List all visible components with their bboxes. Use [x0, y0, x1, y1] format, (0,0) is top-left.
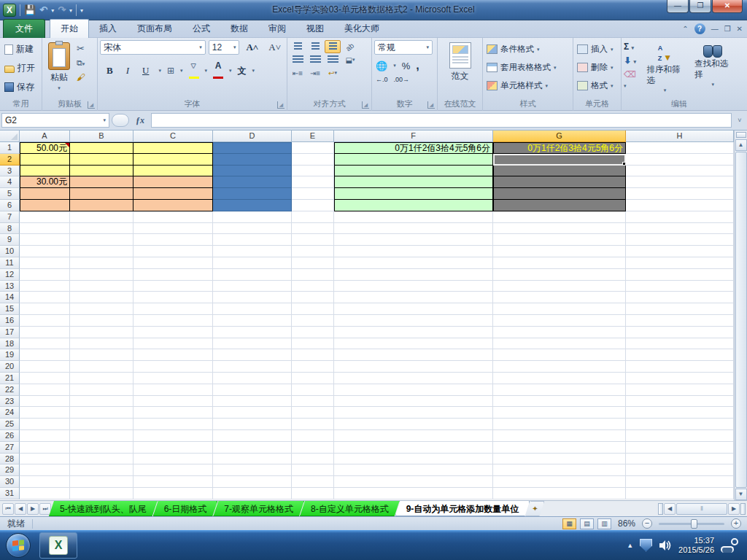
horizontal-scrollbar[interactable]: ◀ ⦀ ▶ — [658, 501, 747, 516]
cell-F19[interactable] — [334, 349, 493, 361]
row-header-1[interactable]: 1 — [0, 142, 20, 154]
cell-F28[interactable] — [334, 454, 493, 465]
cell-G31[interactable] — [493, 488, 626, 499]
cell-G1[interactable]: 0万1仟2佰3拾4元5角6分 — [493, 142, 626, 154]
cell-H4[interactable] — [626, 176, 734, 188]
cell-B7[interactable] — [70, 211, 133, 223]
cell-A24[interactable] — [20, 407, 70, 419]
cell-H24[interactable] — [626, 407, 734, 419]
cell-G5[interactable] — [493, 188, 626, 200]
cell-D23[interactable] — [213, 396, 292, 408]
cell-A1[interactable]: 50.00元 — [20, 142, 70, 154]
cell-H10[interactable] — [626, 246, 734, 257]
cell-H18[interactable] — [626, 338, 734, 350]
cell-F30[interactable] — [334, 476, 493, 488]
cell-B3[interactable] — [70, 166, 133, 177]
cell-A18[interactable] — [20, 338, 70, 350]
accounting-caret-icon[interactable]: ▾ — [393, 63, 396, 69]
sheet-tab-7[interactable]: 7-观察单元格格式 — [213, 501, 304, 516]
format-cells-button[interactable]: 格式▾ — [576, 78, 619, 93]
cell-F26[interactable] — [334, 430, 493, 442]
cell-B20[interactable] — [70, 361, 133, 373]
cell-A23[interactable] — [20, 396, 70, 408]
cell-C15[interactable] — [133, 303, 213, 315]
alignment-dialog-launcher-icon[interactable]: ◢ — [362, 101, 369, 109]
row-header-12[interactable]: 12 — [0, 269, 20, 281]
restore-button[interactable]: ❐ — [689, 0, 711, 13]
row-header-25[interactable]: 25 — [0, 419, 20, 430]
cell-D1[interactable] — [213, 142, 292, 154]
cell-C20[interactable] — [133, 361, 213, 373]
cell-H5[interactable] — [626, 188, 734, 200]
cell-B18[interactable] — [70, 338, 133, 350]
cell-A13[interactable] — [20, 281, 70, 292]
number-dialog-launcher-icon[interactable]: ◢ — [427, 101, 435, 109]
cell-B28[interactable] — [70, 454, 133, 465]
align-center-icon[interactable] — [307, 53, 323, 66]
insert-cells-button[interactable]: 插入▾ — [576, 42, 619, 57]
cell-B21[interactable] — [70, 373, 133, 384]
cell-D19[interactable] — [213, 349, 292, 361]
cell-F16[interactable] — [334, 315, 493, 327]
cell-H16[interactable] — [626, 315, 734, 327]
row-header-2[interactable]: 2 — [0, 154, 20, 166]
cell-A21[interactable] — [20, 373, 70, 384]
cell-B2[interactable] — [70, 154, 133, 166]
start-button[interactable] — [6, 533, 31, 558]
row-header-6[interactable]: 6 — [0, 200, 20, 211]
cell-G25[interactable] — [493, 419, 626, 430]
cell-A3[interactable] — [20, 166, 70, 177]
cell-E20[interactable] — [292, 361, 334, 373]
collapse-ribbon-icon[interactable]: ⌃ — [682, 25, 688, 33]
cell-F15[interactable] — [334, 303, 493, 315]
tab-splitter[interactable] — [658, 503, 663, 515]
cell-C4[interactable] — [133, 176, 213, 188]
vertical-scroll-thumb[interactable] — [735, 152, 747, 488]
cell-G3[interactable] — [493, 166, 626, 177]
scroll-right-icon[interactable]: ▶ — [728, 503, 740, 515]
cell-E8[interactable] — [292, 223, 334, 235]
row-header-11[interactable]: 11 — [0, 257, 20, 269]
decrease-decimal-icon[interactable]: .00→ — [394, 76, 410, 83]
cell-A4[interactable]: 30.00元 — [20, 176, 70, 188]
cell-F6[interactable] — [334, 200, 493, 211]
cell-C11[interactable] — [133, 257, 213, 269]
zoom-in-icon[interactable]: + — [731, 518, 741, 529]
italic-button[interactable]: I — [123, 64, 133, 77]
cell-D14[interactable] — [213, 292, 292, 303]
cell-B9[interactable] — [70, 234, 133, 246]
sheet-tab-8[interactable]: 8-自定义单元格格式 — [300, 501, 400, 516]
cell-G7[interactable] — [493, 211, 626, 223]
row-header-4[interactable]: 4 — [0, 176, 20, 188]
cell-H17[interactable] — [626, 327, 734, 338]
cell-G18[interactable] — [493, 338, 626, 350]
column-header-G[interactable]: G — [493, 131, 626, 142]
cell-G30[interactable] — [493, 476, 626, 488]
sheet-tab-5[interactable]: 5-快速跳到队头、队尾 — [49, 501, 158, 516]
cell-E21[interactable] — [292, 373, 334, 384]
cell-F1[interactable]: 0万1仟2佰3拾4元5角6分 — [334, 142, 493, 154]
column-header-E[interactable]: E — [292, 131, 334, 142]
cell-D16[interactable] — [213, 315, 292, 327]
row-header-3[interactable]: 3 — [0, 166, 20, 177]
font-size-combo[interactable]: 12▾ — [209, 40, 240, 55]
cell-F12[interactable] — [334, 269, 493, 281]
cell-H14[interactable] — [626, 292, 734, 303]
cell-F3[interactable] — [334, 166, 493, 177]
cell-B13[interactable] — [70, 281, 133, 292]
expand-formula-bar-icon[interactable]: ˅ — [734, 117, 746, 124]
cell-H28[interactable] — [626, 454, 734, 465]
cell-B5[interactable] — [70, 188, 133, 200]
cell-D15[interactable] — [213, 303, 292, 315]
cell-E15[interactable] — [292, 303, 334, 315]
cell-E31[interactable] — [292, 488, 334, 499]
font-color-icon[interactable]: A — [213, 61, 223, 81]
cell-H21[interactable] — [626, 373, 734, 384]
workbook-minimize-icon[interactable]: — — [711, 25, 719, 33]
cell-B19[interactable] — [70, 349, 133, 361]
normal-view-icon[interactable]: ▦ — [562, 518, 576, 529]
row-header-15[interactable]: 15 — [0, 303, 20, 315]
cell-C28[interactable] — [133, 454, 213, 465]
cell-A25[interactable] — [20, 419, 70, 430]
cell-E23[interactable] — [292, 396, 334, 408]
